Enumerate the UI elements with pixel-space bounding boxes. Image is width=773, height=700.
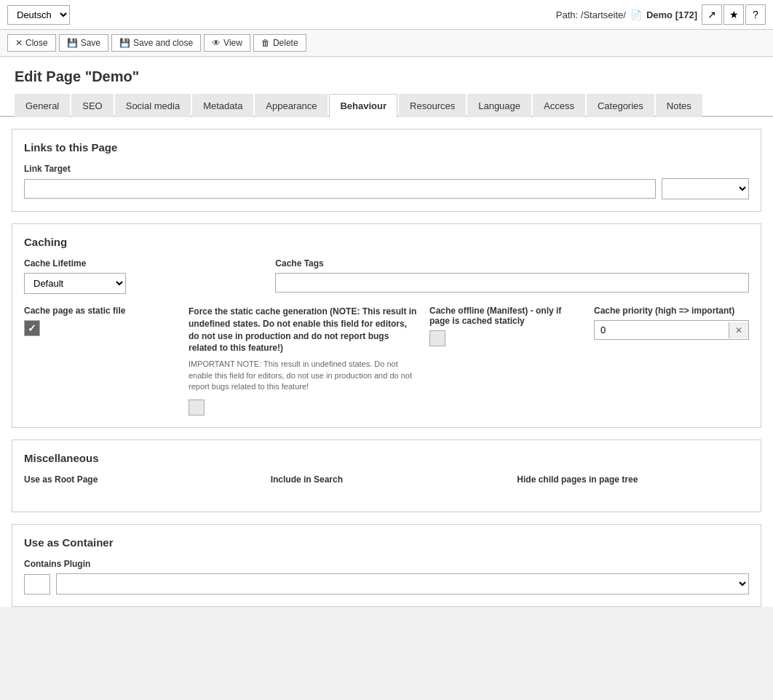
cache-priority-label: Cache priority (high => important): [594, 306, 749, 316]
links-section-title: Links to this Page: [24, 141, 749, 154]
page-name: Demo [172]: [646, 9, 697, 20]
include-search-col: Include in Search: [271, 474, 503, 500]
link-target-row: [24, 178, 749, 199]
tab-access[interactable]: Access: [533, 94, 585, 117]
link-target-input[interactable]: [24, 179, 656, 199]
cache-static-label: Cache page as static file: [24, 306, 177, 316]
cache-options-row: Cache page as static file Force the stat…: [24, 306, 749, 415]
tab-seo[interactable]: SEO: [71, 94, 113, 117]
misc-row: Use as Root Page Include in Search: [24, 474, 749, 500]
save-icon: 💾: [67, 38, 78, 48]
force-static-label: Force the static cache generation (NOTE:…: [189, 306, 418, 354]
contains-plugin-row: [24, 573, 749, 594]
hide-child-label: Hide child pages in page tree: [517, 474, 749, 485]
cache-offline-checkbox[interactable]: [429, 330, 445, 346]
cache-priority-input-container: ✕: [594, 320, 749, 340]
cache-priority-input[interactable]: [595, 321, 729, 339]
root-page-label: Use as Root Page: [24, 474, 256, 485]
main-content: Edit Page "Demo" General SEO Social medi…: [0, 57, 773, 607]
hide-child-col: Hide child pages in page tree: [517, 474, 749, 500]
delete-icon: 🗑: [261, 38, 270, 48]
cache-priority-clear[interactable]: ✕: [729, 322, 748, 338]
root-page-col: Use as Root Page: [24, 474, 256, 500]
force-static-checkbox[interactable]: [189, 399, 205, 415]
view-icon: 👁: [212, 38, 221, 48]
misc-section: Miscellaneous Use as Root Page Include i…: [12, 440, 761, 512]
save-close-icon: 💾: [119, 38, 130, 48]
cache-priority-col: Cache priority (high => important) ✕: [594, 306, 749, 415]
tab-behaviour[interactable]: Behaviour: [329, 94, 397, 117]
cache-offline-col: Cache offline (Manifest) - only if page …: [429, 306, 594, 415]
force-static-col: Force the static cache generation (NOTE:…: [189, 306, 429, 415]
cache-lifetime-select[interactable]: Default 0 60 3600: [24, 273, 126, 294]
cache-static-checkbox[interactable]: [24, 320, 40, 336]
page-title: Edit Page "Demo": [0, 57, 773, 94]
container-section-title: Use as Container: [24, 536, 749, 549]
view-button[interactable]: 👁 View: [204, 34, 250, 52]
tab-general[interactable]: General: [15, 94, 70, 117]
cache-tags-input[interactable]: [275, 273, 749, 293]
open-new-tab-button[interactable]: ↗: [702, 4, 722, 25]
tab-language[interactable]: Language: [467, 94, 531, 117]
top-bar: DeutschEnglish Path: /Startseite/ 📄 Demo…: [0, 0, 773, 30]
save-button[interactable]: 💾 Save: [59, 34, 108, 52]
tab-social-media[interactable]: Social media: [115, 94, 191, 117]
cache-lifetime-col: Cache Lifetime Default 0 60 3600: [24, 258, 261, 294]
toolbar: ✕ Close 💾 Save 💾 Save and close 👁 View 🗑…: [0, 30, 773, 57]
caching-section: Caching Cache Lifetime Default 0 60 3600…: [12, 223, 761, 428]
force-static-note: IMPORTANT NOTE: This result in undefined…: [189, 359, 418, 392]
include-search-label: Include in Search: [271, 474, 503, 485]
tab-resources[interactable]: Resources: [399, 94, 466, 117]
language-select[interactable]: DeutschEnglish: [7, 5, 70, 25]
cache-tags-label: Cache Tags: [275, 258, 749, 269]
plugin-flag: [24, 574, 50, 594]
content-area: Links to this Page Link Target Caching C…: [0, 129, 773, 607]
bookmark-button[interactable]: ★: [724, 4, 744, 25]
tab-metadata[interactable]: Metadata: [192, 94, 253, 117]
container-section: Use as Container Contains Plugin: [12, 524, 761, 607]
misc-section-title: Miscellaneous: [24, 452, 749, 464]
save-close-button[interactable]: 💾 Save and close: [111, 34, 201, 52]
tabs: General SEO Social media Metadata Appear…: [0, 94, 773, 117]
cache-lifetime-row: Cache Lifetime Default 0 60 3600 Cache T…: [24, 258, 749, 294]
top-bar-right: Path: /Startseite/ 📄 Demo [172] ↗ ★ ?: [556, 4, 766, 25]
cache-static-col: Cache page as static file: [24, 306, 189, 415]
cache-offline-label: Cache offline (Manifest) - only if page …: [429, 306, 582, 326]
contains-plugin-label: Contains Plugin: [24, 559, 749, 569]
close-button[interactable]: ✕ Close: [7, 34, 56, 52]
cache-tags-col: Cache Tags: [275, 258, 749, 294]
links-section: Links to this Page Link Target: [12, 129, 761, 212]
link-target-select[interactable]: [662, 178, 749, 199]
close-icon: ✕: [15, 38, 23, 48]
link-target-label: Link Target: [24, 164, 749, 174]
tab-categories[interactable]: Categories: [587, 94, 654, 117]
path-label: Path: /Startseite/: [556, 9, 626, 20]
top-bar-left: DeutschEnglish: [7, 5, 70, 25]
corner-buttons: ↗ ★ ?: [702, 4, 766, 25]
page-icon: 📄: [630, 9, 642, 20]
delete-button[interactable]: 🗑 Delete: [253, 34, 306, 52]
help-button[interactable]: ?: [745, 4, 766, 25]
tab-notes[interactable]: Notes: [656, 94, 702, 117]
cache-lifetime-label: Cache Lifetime: [24, 258, 261, 269]
caching-section-title: Caching: [24, 236, 749, 248]
tab-appearance[interactable]: Appearance: [255, 94, 328, 117]
plugin-select[interactable]: [56, 573, 749, 594]
